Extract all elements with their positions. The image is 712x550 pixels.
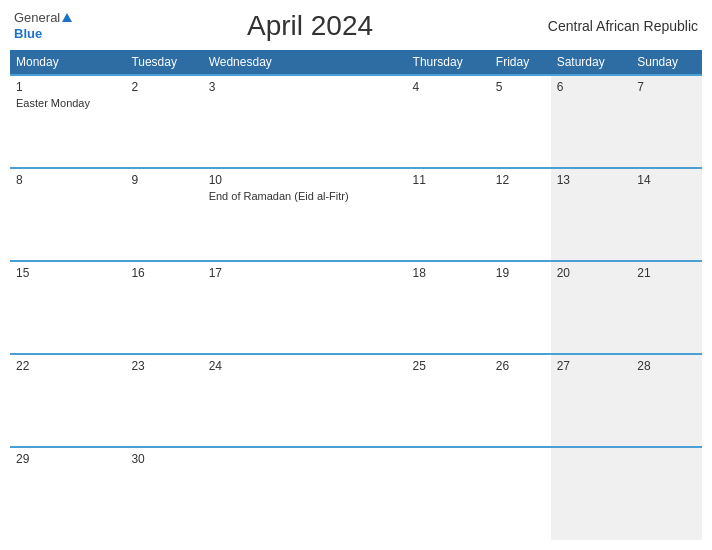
header-sunday: Sunday	[631, 50, 702, 75]
logo: General Blue	[14, 10, 72, 41]
day-number: 8	[16, 173, 119, 187]
day-number: 19	[496, 266, 545, 280]
calendar-cell	[407, 447, 490, 540]
day-number: 2	[131, 80, 196, 94]
calendar-cell: 3	[203, 75, 407, 168]
calendar-cell: 29	[10, 447, 125, 540]
calendar-cell	[490, 447, 551, 540]
day-number: 24	[209, 359, 401, 373]
calendar-cell: 6	[551, 75, 632, 168]
event-text: End of Ramadan (Eid al-Fitr)	[209, 189, 401, 203]
day-number: 28	[637, 359, 696, 373]
calendar-cell: 16	[125, 261, 202, 354]
calendar-cell: 5	[490, 75, 551, 168]
calendar-cell: 13	[551, 168, 632, 261]
day-number: 7	[637, 80, 696, 94]
day-number: 14	[637, 173, 696, 187]
day-number: 10	[209, 173, 401, 187]
calendar-cell: 8	[10, 168, 125, 261]
day-number: 15	[16, 266, 119, 280]
header-monday: Monday	[10, 50, 125, 75]
calendar-cell: 12	[490, 168, 551, 261]
calendar-week-row: 8910End of Ramadan (Eid al-Fitr)11121314	[10, 168, 702, 261]
calendar-cell: 28	[631, 354, 702, 447]
calendar-cell: 25	[407, 354, 490, 447]
calendar-header: General Blue April 2024 Central African …	[10, 10, 702, 42]
month-title: April 2024	[247, 10, 373, 42]
calendar-week-row: 2930	[10, 447, 702, 540]
calendar-cell: 9	[125, 168, 202, 261]
calendar-cell	[551, 447, 632, 540]
day-number: 29	[16, 452, 119, 466]
calendar-cell: 10End of Ramadan (Eid al-Fitr)	[203, 168, 407, 261]
day-number: 4	[413, 80, 484, 94]
day-number: 26	[496, 359, 545, 373]
day-number: 1	[16, 80, 119, 94]
header-saturday: Saturday	[551, 50, 632, 75]
day-number: 17	[209, 266, 401, 280]
day-number: 30	[131, 452, 196, 466]
calendar-cell: 24	[203, 354, 407, 447]
calendar-cell: 18	[407, 261, 490, 354]
country-name: Central African Republic	[548, 18, 698, 34]
calendar-cell: 2	[125, 75, 202, 168]
calendar-cell: 27	[551, 354, 632, 447]
calendar-cell: 4	[407, 75, 490, 168]
day-number: 27	[557, 359, 626, 373]
calendar-cell	[203, 447, 407, 540]
day-number: 11	[413, 173, 484, 187]
calendar-week-row: 1Easter Monday234567	[10, 75, 702, 168]
header-wednesday: Wednesday	[203, 50, 407, 75]
calendar-week-row: 15161718192021	[10, 261, 702, 354]
day-number: 12	[496, 173, 545, 187]
calendar-cell: 30	[125, 447, 202, 540]
day-number: 18	[413, 266, 484, 280]
calendar-cell: 23	[125, 354, 202, 447]
calendar-cell: 14	[631, 168, 702, 261]
logo-triangle-icon	[62, 13, 72, 22]
day-number: 6	[557, 80, 626, 94]
day-number: 13	[557, 173, 626, 187]
day-number: 21	[637, 266, 696, 280]
header-thursday: Thursday	[407, 50, 490, 75]
day-number: 16	[131, 266, 196, 280]
header-friday: Friday	[490, 50, 551, 75]
calendar-week-row: 22232425262728	[10, 354, 702, 447]
calendar-cell: 11	[407, 168, 490, 261]
day-number: 23	[131, 359, 196, 373]
event-text: Easter Monday	[16, 96, 119, 110]
logo-general-text: General	[14, 10, 60, 26]
calendar-cell: 15	[10, 261, 125, 354]
calendar-cell: 17	[203, 261, 407, 354]
calendar-cell	[631, 447, 702, 540]
logo-blue-text: Blue	[14, 26, 72, 42]
day-number: 9	[131, 173, 196, 187]
calendar-cell: 7	[631, 75, 702, 168]
calendar-cell: 21	[631, 261, 702, 354]
day-number: 5	[496, 80, 545, 94]
weekday-header-row: Monday Tuesday Wednesday Thursday Friday…	[10, 50, 702, 75]
header-tuesday: Tuesday	[125, 50, 202, 75]
calendar-cell: 20	[551, 261, 632, 354]
day-number: 3	[209, 80, 401, 94]
day-number: 22	[16, 359, 119, 373]
day-number: 20	[557, 266, 626, 280]
calendar-cell: 1Easter Monday	[10, 75, 125, 168]
calendar-cell: 26	[490, 354, 551, 447]
calendar-table: Monday Tuesday Wednesday Thursday Friday…	[10, 50, 702, 540]
calendar-container: General Blue April 2024 Central African …	[0, 0, 712, 550]
day-number: 25	[413, 359, 484, 373]
calendar-cell: 22	[10, 354, 125, 447]
calendar-cell: 19	[490, 261, 551, 354]
